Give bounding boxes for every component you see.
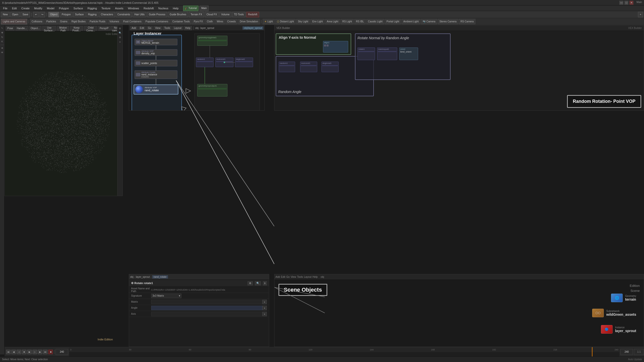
menu-model[interactable]: Model xyxy=(45,6,56,10)
timeline-to-end-button[interactable]: ⏭ xyxy=(43,350,48,354)
move-tool[interactable]: ✥ xyxy=(0,31,4,35)
tools-node-button[interactable]: Tools xyxy=(163,26,172,30)
layer-sprout-item[interactable]: 🔵 Instance layer_sprout xyxy=(601,325,636,334)
menu-help[interactable]: Help xyxy=(171,6,181,10)
grains-button[interactable]: Grains xyxy=(58,19,69,24)
light-button[interactable]: ☀ Light xyxy=(263,19,275,24)
pyro-fx-button[interactable]: Pyro FX xyxy=(192,19,205,24)
axis-expand-button[interactable]: ▸ xyxy=(262,312,267,316)
rand-instance-node[interactable]: Attribute Create rand_instance instance xyxy=(135,70,177,79)
timeline-playhead[interactable] xyxy=(592,347,592,357)
persp-button[interactable]: Persp/P xyxy=(98,26,110,31)
ambient-light-button[interactable]: Ambient Light xyxy=(401,19,420,24)
menu-polygon[interactable]: Polygon xyxy=(57,6,71,10)
new-button[interactable]: New xyxy=(1,12,10,17)
menu-create[interactable]: Create xyxy=(19,6,32,10)
matxtoquat1-node[interactable]: matxtoquat1 xyxy=(377,48,397,60)
lights-cameras-button[interactable]: Lights and Cameras xyxy=(1,19,27,24)
desktop-button[interactable]: Main xyxy=(199,6,209,11)
volume-button[interactable]: Volume xyxy=(219,12,231,17)
child-comp-button[interactable]: Child Comp... xyxy=(84,26,98,31)
vp-tool-3[interactable]: ⚙ xyxy=(118,35,122,39)
undo-button[interactable]: ↩ xyxy=(33,12,39,17)
mulconst1-node[interactable]: mulconst1 xyxy=(215,58,233,67)
area-light-button[interactable]: Area Light xyxy=(325,19,340,24)
timeline-play-button[interactable]: ▶ xyxy=(27,350,32,354)
surface-button[interactable]: Surface xyxy=(73,12,85,17)
caustic-light-button[interactable]: Caustic Light xyxy=(366,19,384,24)
menu-rigging[interactable]: Rigging xyxy=(86,6,99,10)
help-node-button[interactable]: Help xyxy=(184,26,192,30)
handle-button[interactable]: Handle... xyxy=(15,26,28,31)
drive-simulation-button[interactable]: Drive Simulation xyxy=(238,19,260,24)
crowds-button[interactable]: Crowds xyxy=(225,19,237,24)
particles-button[interactable]: Particles xyxy=(45,19,58,24)
vp-tool-4[interactable]: ≡ xyxy=(118,40,122,44)
matrix-expand-button[interactable]: ▸ xyxy=(262,300,267,304)
rotate1-node-vex[interactable]: rotate1 xyxy=(357,48,375,60)
vp-tool-1[interactable]: ⊞ xyxy=(118,26,122,30)
timeline-to-start-button[interactable]: ⏮ xyxy=(6,350,11,354)
constraints-button[interactable]: Constraints xyxy=(116,12,132,17)
lock-params-button[interactable]: 🔍 xyxy=(255,281,261,285)
view-tool[interactable]: 👁 xyxy=(0,51,4,55)
menu-texture[interactable]: Texture xyxy=(99,6,112,10)
rs-light-button[interactable]: RS Light xyxy=(341,19,354,24)
rigging-button[interactable]: Rigging xyxy=(86,12,98,17)
timeline-stop-button[interactable]: ■ xyxy=(22,350,26,354)
particle-fluids-button[interactable]: Particle Fluids xyxy=(88,19,107,24)
go-button[interactable]: Go xyxy=(146,26,153,30)
cloud-fx-button[interactable]: Cloud FX xyxy=(205,12,219,17)
gear-params-button[interactable]: ⚙ xyxy=(248,281,253,285)
polygon-button[interactable]: Polygon xyxy=(60,12,72,17)
info-params-button[interactable]: ℹ xyxy=(263,281,267,285)
menu-nucleus[interactable]: Nucleus xyxy=(156,6,170,10)
view-button[interactable]: View xyxy=(153,26,162,30)
random1-node[interactable]: random1 xyxy=(196,58,214,67)
open-button[interactable]: Open xyxy=(10,12,20,17)
portal-light-button[interactable]: Portal Light xyxy=(385,19,401,24)
layout-button[interactable]: Layout xyxy=(172,26,183,30)
cloth-button[interactable]: Cloth xyxy=(205,19,214,24)
terrain-fx-button[interactable]: Terrain FX xyxy=(189,12,204,17)
frame-input[interactable]: 240 xyxy=(56,349,68,355)
wires-button[interactable]: Wires xyxy=(215,19,225,24)
menu-assets[interactable]: Assets xyxy=(113,6,125,10)
camera-button[interactable]: 📷 Camera xyxy=(421,19,437,24)
align1-node[interactable]: align1 xyxy=(323,41,348,53)
rs-ibl-button[interactable]: RS IBL xyxy=(354,19,366,24)
tutorial-button[interactable]: 🎓 Tutorial xyxy=(183,6,199,11)
geo-global-node[interactable]: geometryvopglobal1 xyxy=(197,36,227,46)
minimize-button[interactable]: — xyxy=(619,1,623,5)
select-tool[interactable]: ↖ xyxy=(0,26,4,30)
add-button[interactable]: + xyxy=(638,12,643,17)
random1-vex-node[interactable]: random1 xyxy=(279,62,295,72)
rand-rotate-node[interactable]: Attribute VOP rand_rotate xyxy=(134,84,178,95)
add-node-button[interactable]: Add xyxy=(130,26,138,30)
keep-position-button[interactable]: Keep Positi... xyxy=(70,26,83,31)
populate-containers-button[interactable]: Populate Containers xyxy=(144,19,170,24)
mulconst1-vex-node[interactable]: mulconst1 xyxy=(300,62,317,72)
guide-process-button[interactable]: Guide Process xyxy=(147,12,167,17)
save-button[interactable]: Save xyxy=(21,12,30,17)
hair-utils-button[interactable]: Hair Utils xyxy=(133,12,146,17)
menu-windows[interactable]: Windows xyxy=(126,6,141,10)
motion-path-button[interactable]: Motion Path xyxy=(57,26,69,31)
close-button[interactable]: ✕ xyxy=(629,1,633,5)
network-tab[interactable]: obj/layer_sprout xyxy=(243,26,263,30)
params-rand-rotate-tab[interactable]: rand_rotate xyxy=(152,275,168,279)
timeline-back-button[interactable]: ◀ xyxy=(11,350,16,354)
menu-redshift[interactable]: Redshift xyxy=(142,6,156,10)
object-mode-button[interactable]: Object... xyxy=(29,26,42,31)
signature-dropdown[interactable]: 3x3 Matrix ▾ xyxy=(151,294,181,298)
menu-modify[interactable]: Modify xyxy=(32,6,44,10)
sky-light-button[interactable]: Sky Light xyxy=(296,19,310,24)
angle-input[interactable] xyxy=(151,306,262,310)
bind-orient-node[interactable]: orient bind_orient xyxy=(399,48,418,60)
redo-button[interactable]: ↪ xyxy=(39,12,45,17)
scatter-points-node[interactable]: scatter_points xyxy=(135,60,177,66)
collisions-button[interactable]: Collisions xyxy=(30,19,44,24)
degtorad1-node[interactable]: degtorad1 xyxy=(235,58,253,67)
merge-terrain-node[interactable]: ⊕ Object Merge MERGE_terrain xyxy=(135,39,177,45)
distant-light-button[interactable]: ⬡ Distant Light xyxy=(275,19,296,24)
